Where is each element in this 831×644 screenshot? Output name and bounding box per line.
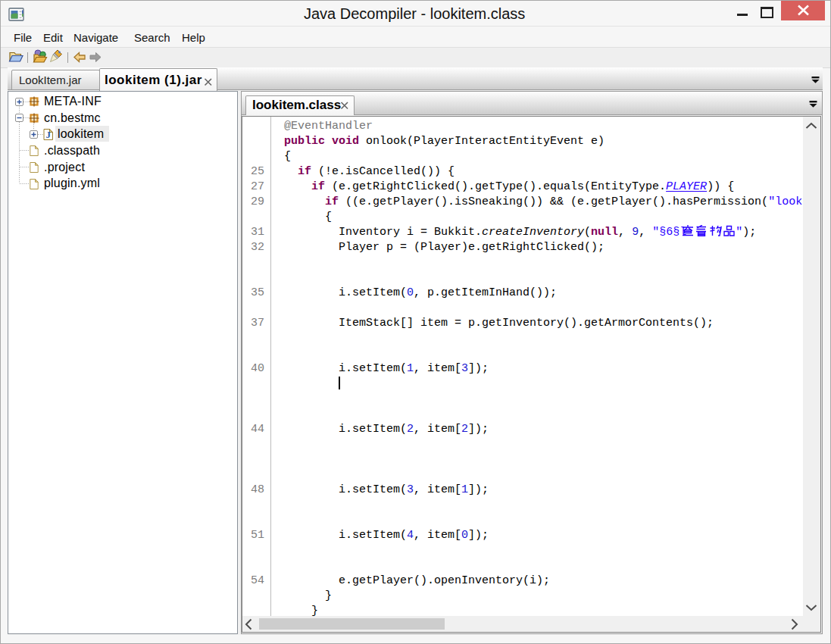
svg-text:J: J <box>46 129 52 140</box>
